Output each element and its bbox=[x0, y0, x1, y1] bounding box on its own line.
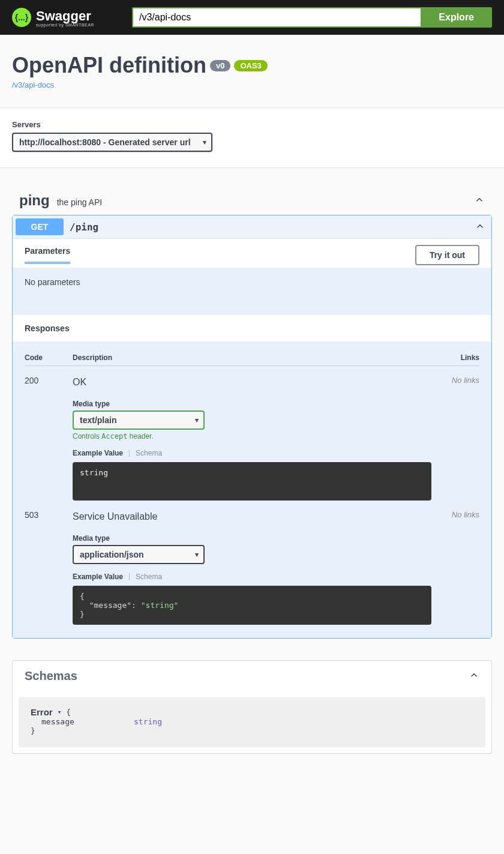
media-type-select-503[interactable]: application/json bbox=[73, 545, 205, 564]
servers-select[interactable]: http://localhost:8080 - Generated server… bbox=[12, 133, 212, 152]
responses-header: Responses bbox=[13, 314, 491, 341]
servers-section: Servers http://localhost:8080 - Generate… bbox=[0, 107, 504, 168]
responses-col-description: Description bbox=[73, 353, 443, 362]
explore-button[interactable]: Explore bbox=[421, 7, 492, 28]
response-row-200: 200 OK Media type text/plain ▾ Controls … bbox=[25, 366, 479, 501]
parameters-body: No parameters bbox=[13, 268, 491, 314]
tag-description: the ping API bbox=[57, 197, 103, 207]
chevron-down-icon[interactable]: ▾ bbox=[58, 708, 62, 716]
responses-col-code: Code bbox=[25, 353, 73, 362]
chevron-up-icon bbox=[475, 221, 485, 233]
model-field-name: message bbox=[41, 717, 119, 726]
info-section: OpenAPI definition v0 OAS3 /v3/api-docs bbox=[0, 35, 504, 107]
opblock-get-ping: GET /ping Parameters Try it out No param… bbox=[12, 215, 492, 639]
operation-path: /ping bbox=[70, 221, 98, 233]
example-block-503: { "message": "string" } bbox=[73, 586, 431, 625]
model-open-brace: { bbox=[66, 708, 71, 717]
version-badge: v0 bbox=[210, 60, 230, 71]
response-code: 200 bbox=[25, 376, 73, 501]
response-status-text: Service Unavailable bbox=[73, 511, 443, 522]
tag-name: ping bbox=[19, 192, 50, 209]
response-code: 503 bbox=[25, 510, 73, 625]
brand-subtext: supported by SMARTBEAR bbox=[36, 23, 94, 27]
swagger-logo: {...} Swagger supported by SMARTBEAR bbox=[12, 8, 132, 27]
tab-schema[interactable]: Schema bbox=[136, 573, 162, 581]
example-block-200: string bbox=[73, 462, 431, 501]
api-title: OpenAPI definition bbox=[12, 53, 206, 78]
tab-divider bbox=[129, 573, 130, 580]
schemas-title: Schemas bbox=[25, 669, 77, 683]
tag-section-ping: ping the ping API GET /ping Parameters T… bbox=[0, 186, 504, 639]
response-links: No links bbox=[443, 376, 479, 501]
model-field-type: string bbox=[134, 717, 162, 726]
schemas-header[interactable]: Schemas bbox=[13, 661, 491, 691]
media-type-label: Media type bbox=[73, 400, 443, 408]
no-parameters-text: No parameters bbox=[25, 277, 80, 287]
opblock-summary[interactable]: GET /ping bbox=[13, 215, 491, 238]
chevron-up-icon bbox=[469, 670, 479, 682]
http-method-badge: GET bbox=[16, 218, 64, 235]
topbar: {...} Swagger supported by SMARTBEAR Exp… bbox=[0, 0, 504, 35]
oas-badge: OAS3 bbox=[234, 60, 267, 71]
swagger-logo-icon: {...} bbox=[12, 8, 31, 27]
api-docs-link[interactable]: /v3/api-docs bbox=[12, 80, 54, 89]
model-name-error[interactable]: Error bbox=[31, 707, 53, 717]
servers-label: Servers bbox=[12, 120, 492, 129]
tab-example-value[interactable]: Example Value bbox=[73, 573, 123, 581]
tab-schema[interactable]: Schema bbox=[136, 449, 162, 457]
media-type-label: Media type bbox=[73, 534, 443, 543]
models-body: Error ▾ { message string } bbox=[19, 697, 485, 747]
spec-url-input[interactable] bbox=[132, 7, 421, 28]
schemas-section: Schemas Error ▾ { message string } bbox=[12, 660, 492, 754]
media-type-select-200[interactable]: text/plain bbox=[73, 410, 205, 430]
response-row-503: 503 Service Unavailable Media type appli… bbox=[25, 501, 479, 625]
response-links: No links bbox=[443, 510, 479, 625]
chevron-up-icon bbox=[474, 194, 485, 207]
try-it-out-button[interactable]: Try it out bbox=[415, 245, 479, 265]
url-form: Explore bbox=[132, 7, 492, 28]
model-close-brace: } bbox=[31, 726, 35, 735]
responses-col-links: Links bbox=[443, 353, 479, 362]
response-status-text: OK bbox=[73, 377, 443, 388]
responses-body: Code Description Links 200 OK Media type… bbox=[13, 341, 491, 638]
brand-text: Swagger bbox=[36, 8, 94, 24]
parameters-tab[interactable]: Parameters bbox=[25, 246, 70, 264]
tab-divider bbox=[129, 450, 130, 457]
tab-example-value[interactable]: Example Value bbox=[73, 449, 123, 457]
tag-header-ping[interactable]: ping the ping API bbox=[12, 186, 492, 215]
parameters-bar: Parameters Try it out bbox=[13, 238, 491, 268]
accept-header-note: Controls Accept header. bbox=[73, 432, 443, 441]
